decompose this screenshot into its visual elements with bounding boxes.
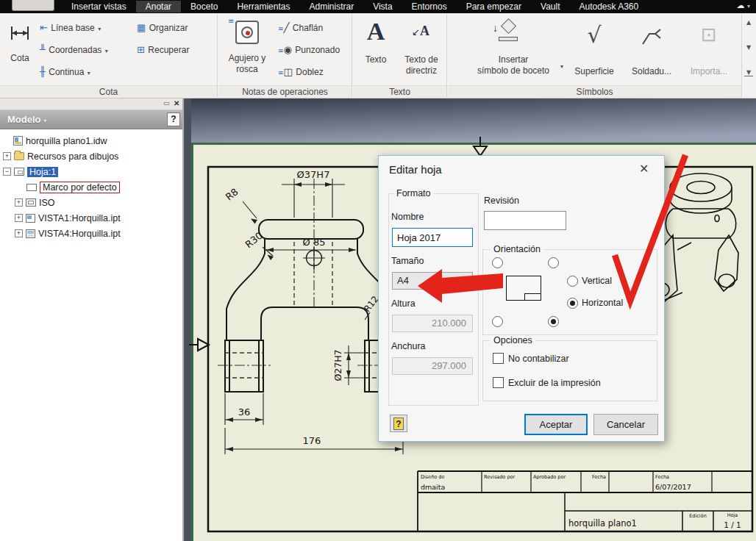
ribbon: Cota ⇤ Línea base ▾ ╨ Coordenadas ▾ ╫ Co… [0,13,756,98]
excluir-impresion-label: Excluir de la impresión [508,378,601,388]
tab-herramientas[interactable]: Herramientas [227,1,299,12]
cancelar-button[interactable]: Cancelar [593,414,658,435]
page-orientation-thumbnail [506,276,541,301]
orientation-radio-bottom-left[interactable] [492,316,503,327]
ribbon-tab-bar: Insertar vistas Anotar Boceto Herramient… [0,0,756,13]
coordenadas-label: Coordenadas [49,45,101,55]
tree-item-marco[interactable]: Marco por defecto [26,180,120,194]
view-icon [26,229,35,238]
cota-button-label: Cota [3,53,37,63]
aceptar-button[interactable]: Aceptar [524,414,588,435]
dialog-help-button[interactable]: ? [390,415,407,432]
vertical-radio[interactable] [567,276,578,287]
tree-item-vista1[interactable]: + VISTA1:Horquilla.ipt [15,211,121,225]
arrange-icon: ▦ [137,22,146,33]
browser-help-button[interactable]: ? [167,112,180,126]
opciones-group: Opciones No contabilizar Excluir de la i… [482,340,657,401]
tb-hoja-value: 1 / 1 [724,520,741,529]
tab-para-empezar[interactable]: Para empezar [457,1,531,12]
ribbon-scroll-up[interactable]: ▲ [743,19,755,26]
expand-icon[interactable]: + [3,152,11,160]
ribbon-scroll-down[interactable]: ▼ [743,44,755,51]
chevron-down-icon[interactable]: ▾ [560,63,563,70]
insertar-simbolo-button[interactable]: ↓ Insertar símbolo de boceto ▾ [460,16,566,85]
agujero-rosca-button[interactable]: ≡ Agujero y rosca [222,16,272,85]
punzonado-label: Punzonado [295,45,340,55]
nombre-input[interactable] [392,228,473,247]
texto-button[interactable]: A Texto [356,16,396,85]
group-separator [741,15,742,97]
tree-item-iso[interactable]: + ISO [15,196,55,209]
group-label-cota[interactable]: Cota [0,85,217,98]
group-label-notas[interactable]: Notas de operaciones [218,85,352,98]
chevron-down-icon[interactable]: ▾ [105,48,108,54]
tab-entornos[interactable]: Entornos [402,1,457,12]
formato-legend: Formato [393,188,434,198]
help-icon: ? [393,418,404,430]
collapse-icon[interactable]: − [3,168,11,176]
continua-button[interactable]: ╫ Continua ▾ [40,65,90,78]
cloud-icon: ☁ [736,1,744,10]
organizar-button[interactable]: ▦ Organizar [137,21,188,34]
tree-item-recursos[interactable]: + Recursos para dibujos [3,149,118,163]
texto-directriz-button[interactable]: ↙A Texto de directriz [397,16,446,85]
expand-icon[interactable]: + [15,229,23,237]
chaflan-button[interactable]: ≡╱ Chaflán [278,21,323,34]
tab-insertar-vistas[interactable]: Insertar vistas [62,1,136,12]
punzonado-button[interactable]: ≡◉ Punzonado [278,43,340,56]
close-icon[interactable]: ✕ [639,162,649,176]
browser-title-bar[interactable]: Modelo ▾ [0,110,182,129]
group-separator [217,15,218,97]
superficie-button[interactable]: √ Superficie [568,16,621,85]
orientation-radio-top-right[interactable] [548,257,559,268]
horizontal-radio[interactable] [567,298,578,309]
doblez-label: Doblez [296,67,323,77]
group-label-simbolos[interactable]: Símbolos [448,85,741,98]
expand-icon[interactable]: + [15,214,23,222]
orientation-radio-top-left[interactable] [492,257,503,268]
revision-input[interactable] [484,211,566,230]
expand-icon[interactable]: + [15,198,23,207]
importar-button[interactable]: ⊡ Importa... [681,16,737,85]
tb-part-name: horquilla plano1 [568,518,637,529]
panel-close-icon[interactable]: ✕ [174,99,179,107]
application-menu-button[interactable] [12,0,54,11]
chevron-down-icon[interactable]: ▾ [43,118,46,124]
horizontal-label: Horizontal [582,298,623,308]
dialog-title: Editar hoja [389,163,442,176]
continua-label: Continua [49,67,84,77]
group-label-texto[interactable]: Texto [353,85,446,98]
model-browser-panel: ▭ ✕ Modelo ▾ ? horquilla plano1.idw + Re… [0,98,182,541]
coordenadas-button[interactable]: ╨ Coordenadas ▾ [40,43,108,56]
tb-revisado-label: Revisado por [484,474,516,480]
tree-item-document[interactable]: horquilla plano1.idw [13,134,107,148]
chevron-down-icon[interactable]: ▾ [98,26,101,32]
tree-item-label: VISTA4:Horquilla.ipt [38,229,121,239]
doblez-button[interactable]: ≡◫ Doblez [278,65,324,78]
tamano-dropdown[interactable]: A4 [392,272,473,290]
tab-administrar[interactable]: Administrar [299,1,363,12]
tab-vault[interactable]: Vault [531,1,569,12]
tree-item-label: Recursos para dibujos [27,151,118,162]
tab-anotar[interactable]: Anotar [136,1,181,12]
tree-item-hoja1[interactable]: − Hoja:1 [3,165,58,179]
tab-autodesk-a360[interactable]: Autodesk A360 [569,1,648,12]
linea-base-button[interactable]: ⇤ Línea base ▾ [40,21,101,34]
orientation-radio-bottom-right[interactable] [548,316,559,327]
chevron-down-icon[interactable]: ▾ [88,70,90,76]
tab-boceto[interactable]: Boceto [181,1,227,12]
panel-toolbar: ▭ ✕ [0,98,182,110]
ribbon-minimize[interactable]: ▼ [744,69,753,76]
no-contabilizar-checkbox[interactable] [493,353,504,364]
soldadura-label: Soldadu... [624,66,680,76]
sheet-edge-top [191,143,756,145]
window-box-icon[interactable]: ▭ [163,99,170,107]
tree-item-vista4[interactable]: + VISTA4:Horquilla.ipt [15,226,121,240]
tab-vista[interactable]: Vista [363,1,402,12]
recuperar-button[interactable]: ⊞ Recuperar [137,43,189,56]
excluir-impresion-checkbox[interactable] [493,377,504,388]
soldadura-button[interactable]: Soldadu... [624,16,680,85]
a360-cloud-icon[interactable]: ☁ ▾ [736,1,750,10]
cota-button[interactable]: Cota [3,18,37,84]
tb-aprobado-label: Aprobado por [533,474,566,480]
